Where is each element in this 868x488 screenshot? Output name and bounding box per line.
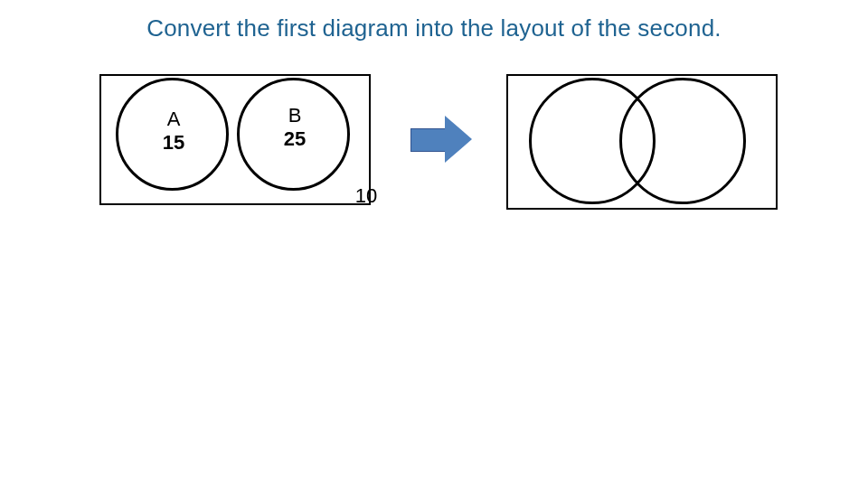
venn-overlap-circle-right: [619, 78, 746, 204]
venn-a-value: 15: [156, 132, 192, 154]
venn-outside-value: 10: [351, 185, 382, 207]
slide: Convert the first diagram into the layou…: [0, 0, 868, 488]
venn-a-name: A: [163, 108, 184, 130]
venn-b-value: 25: [277, 128, 313, 150]
venn-b-name: B: [284, 105, 306, 127]
page-title: Convert the first diagram into the layou…: [0, 14, 868, 42]
arrow-icon: [410, 114, 476, 164]
